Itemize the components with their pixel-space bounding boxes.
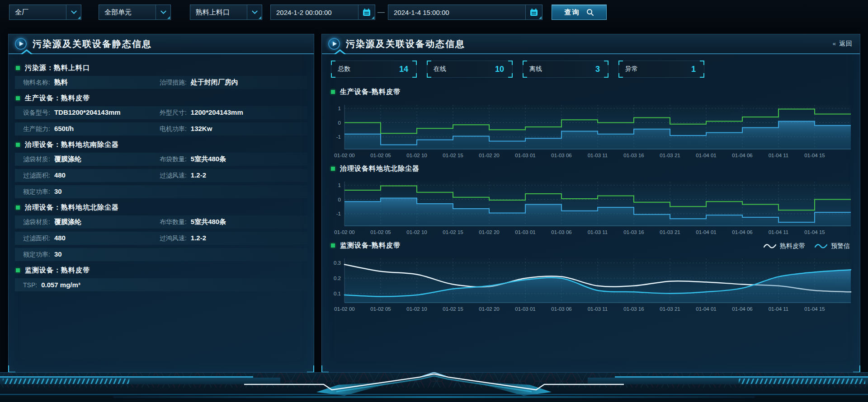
info-cell: 过滤面积:480 (23, 234, 160, 243)
bullet-icon (331, 167, 335, 171)
legend-item: 熟料皮带 (763, 242, 805, 250)
bullet-icon (331, 243, 335, 248)
svg-text:01-03 06: 01-03 06 (551, 153, 571, 158)
info-label: 滤袋材质: (23, 218, 50, 226)
info-label: 布华数量: (160, 218, 187, 226)
svg-text:0: 0 (338, 120, 341, 126)
info-label: 治理措施: (160, 79, 187, 87)
info-cell: 滤袋材质:覆膜涤纶 (23, 155, 160, 164)
bullet-icon (16, 66, 20, 70)
info-row: 额定功率:30 (15, 185, 307, 198)
query-button-label: 查询 (565, 8, 580, 17)
info-value: 480 (54, 234, 66, 242)
query-button[interactable]: 查询 (552, 5, 607, 20)
svg-text:01-02 20: 01-02 20 (479, 153, 499, 158)
svg-text:01-02 00: 01-02 00 (334, 229, 354, 235)
svg-text:01-03 21: 01-03 21 (660, 229, 680, 235)
chart-title-text: 治理设备料地坑北除尘器 (340, 164, 420, 173)
source-select-button[interactable] (247, 5, 262, 19)
info-value: 覆膜涤纶 (54, 155, 81, 164)
svg-text:01-03 16: 01-03 16 (623, 306, 644, 312)
svg-text:0.2: 0.2 (334, 276, 341, 281)
info-value: TDB1200*204143mm (54, 108, 121, 116)
unit-select[interactable]: 全部单元 (99, 5, 171, 20)
info-row: 物料名称:熟料治理措施:处于封闭厂房内 (15, 76, 307, 89)
start-datetime-input[interactable]: 2024-1-2 00:00:00 (270, 5, 375, 20)
calendar-icon (362, 8, 371, 17)
info-cell: 过滤面积:480 (23, 171, 160, 180)
source-select[interactable]: 熟料上料口 (190, 5, 262, 20)
info-label: 过滤面积: (23, 172, 50, 180)
chevron-down-icon (160, 8, 166, 14)
svg-text:01-02 05: 01-02 05 (370, 153, 391, 158)
legend-label: 预警信 (831, 242, 850, 250)
info-value: 0.057 mg/m³ (41, 281, 80, 289)
chart-svg-2: 0.10.20.301-02 0001-02 0501-02 1001-02 1… (331, 255, 852, 314)
start-datetime-value: 2024-1-2 00:00:00 (271, 9, 358, 16)
end-datetime-input[interactable]: 2024-1-4 15:00:00 (388, 5, 542, 20)
svg-text:01-02 00: 01-02 00 (334, 306, 354, 312)
svg-text:01-03 01: 01-03 01 (515, 306, 535, 312)
chart-title: 监测设备-熟料皮带 (331, 241, 401, 250)
section-title-text: 污染源：熟料上料口 (25, 64, 90, 72)
svg-text:01-04 11: 01-04 11 (769, 229, 789, 235)
info-cell: 治理措施:处于封闭厂房内 (160, 78, 307, 87)
svg-text:-1: -1 (336, 211, 341, 216)
info-value: 5室共480条 (191, 155, 226, 164)
svg-text:-1: -1 (336, 134, 341, 140)
svg-text:01-03 11: 01-03 11 (588, 306, 608, 312)
svg-text:01-04 15: 01-04 15 (804, 306, 825, 312)
bullet-icon (16, 268, 20, 272)
search-icon (586, 9, 594, 16)
svg-text:01-02 10: 01-02 10 (406, 229, 427, 235)
info-value: 5室共480条 (191, 218, 226, 226)
info-value: 650t/h (54, 125, 74, 132)
chart-svg-0: 10-101-02 0001-02 0501-02 1001-02 1501-0… (331, 101, 852, 161)
info-value: 132Kw (191, 125, 212, 132)
chart-svg-1: 10-101-02 0001-02 0501-02 1001-02 1501-0… (331, 178, 852, 238)
info-cell: 设备型号:TDB1200*204143mm (23, 108, 160, 117)
plant-select-button[interactable] (66, 5, 81, 19)
chart-title: 治理设备料地坑北除尘器 (331, 164, 420, 173)
info-cell: 电机功率:132Kw (160, 125, 307, 133)
info-value: 1.2-2 (191, 171, 206, 179)
static-info-panel: 污染源及关联设备静态信息 污染源：熟料上料口物料名称:熟料治理措施:处于封闭厂房… (8, 34, 314, 373)
static-info-title: 污染源及关联设备静态信息 (33, 38, 152, 50)
svg-text:01-03 06: 01-03 06 (551, 306, 571, 312)
info-cell: 过滤风速:1.2-2 (160, 171, 307, 180)
svg-text:1: 1 (338, 182, 341, 188)
svg-text:01-04 01: 01-04 01 (696, 229, 716, 235)
end-calendar-button[interactable] (525, 5, 542, 19)
info-cell: 额定功率:30 (23, 250, 160, 259)
info-cell: 布华数量:5室共480条 (160, 218, 307, 226)
section-title-text: 生产设备：熟料皮带 (25, 94, 90, 103)
source-select-value: 熟料上料口 (190, 8, 247, 17)
info-cell: TSP:0.057 mg/m³ (23, 281, 160, 289)
plant-select[interactable]: 全厂 (9, 5, 81, 20)
section-title: 监测设备：熟料皮带 (16, 264, 307, 276)
section-title: 污染源：熟料上料口 (16, 62, 307, 74)
legend-item: 预警信 (814, 242, 850, 250)
info-cell: 布袋数量:5室共480条 (160, 155, 307, 164)
header-notch-decoration (23, 51, 31, 54)
svg-text:01-04 01: 01-04 01 (696, 153, 716, 158)
legend-label: 熟料皮带 (780, 242, 805, 250)
info-cell: 生产能力:650t/h (23, 125, 160, 133)
end-datetime-value: 2024-1-4 15:00:00 (388, 9, 525, 16)
svg-text:01-03 21: 01-03 21 (660, 306, 680, 312)
plant-select-value: 全厂 (9, 8, 66, 17)
section-title: 治理设备：熟料地坑南除尘器 (16, 139, 307, 150)
svg-text:01-04 15: 01-04 15 (804, 229, 825, 235)
chart-title-text: 生产设备-熟料皮带 (340, 88, 401, 96)
start-calendar-button[interactable] (358, 5, 375, 19)
info-row: 生产能力:650t/h电机功率:132Kw (15, 122, 307, 136)
wave-line-icon (763, 243, 777, 249)
bullet-icon (16, 96, 20, 100)
info-label: 额定功率: (23, 188, 50, 196)
unit-select-button[interactable] (156, 5, 170, 19)
charts-area: 生产设备-熟料皮带10-101-02 0001-02 0501-02 1001-… (322, 34, 860, 372)
svg-text:01-04 06: 01-04 06 (732, 306, 752, 312)
svg-text:1: 1 (338, 106, 341, 111)
svg-text:01-03 11: 01-03 11 (588, 153, 608, 158)
info-row: 过滤面积:480过滤风速:1.2-2 (15, 169, 307, 182)
